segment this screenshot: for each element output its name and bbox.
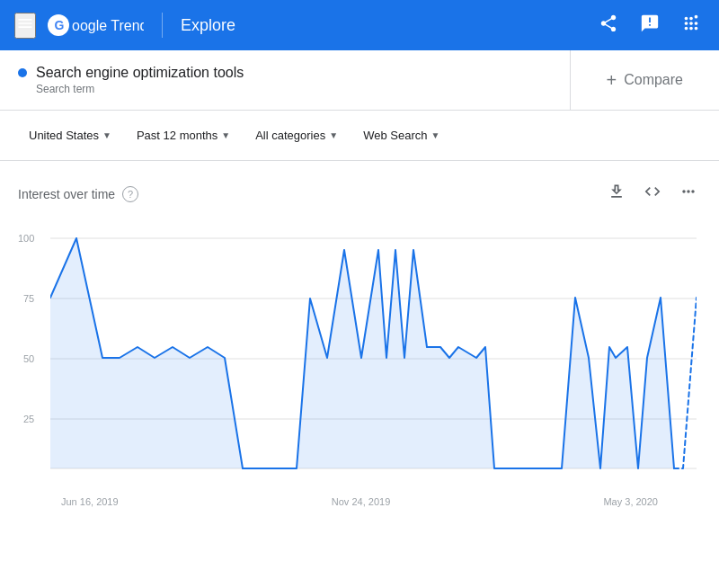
svg-text:100: 100 — [18, 233, 34, 244]
category-filter-label: All categories — [255, 129, 325, 142]
app-header: G oogle Trends Explore — [0, 0, 719, 50]
x-label-1: Nov 24, 2019 — [332, 496, 390, 507]
region-chevron-icon: ▼ — [102, 130, 111, 140]
search-type-filter[interactable]: Web Search ▼ — [352, 121, 450, 149]
explore-label: Explore — [181, 16, 235, 35]
download-icon[interactable] — [604, 179, 629, 209]
header-divider — [162, 13, 163, 38]
svg-text:50: 50 — [23, 353, 34, 364]
x-label-0: Jun 16, 2019 — [61, 496, 119, 507]
svg-text:25: 25 — [23, 414, 34, 424]
compare-label: Compare — [624, 72, 683, 88]
region-filter[interactable]: United States ▼ — [18, 121, 122, 149]
feedback-icon[interactable] — [636, 10, 663, 41]
chart-title-row: Interest over time ? — [18, 186, 138, 202]
chart-actions — [604, 179, 701, 209]
apps-icon[interactable] — [678, 10, 705, 41]
embed-icon[interactable] — [640, 179, 665, 209]
svg-text:oogle Trends: oogle Trends — [72, 18, 144, 33]
share-icon[interactable] — [595, 10, 622, 41]
search-term-label: Search term — [36, 83, 552, 95]
search-bar: Search engine optimization tools Search … — [0, 50, 719, 111]
x-axis-labels: Jun 16, 2019 Nov 24, 2019 May 3, 2020 — [18, 493, 701, 507]
search-type-chevron-icon: ▼ — [431, 130, 439, 140]
interest-chart: 100 75 50 25 — [18, 223, 701, 493]
category-chevron-icon: ▼ — [329, 130, 338, 140]
time-filter-label: Past 12 months — [137, 129, 217, 142]
chart-section: Interest over time ? 1 — [0, 161, 719, 516]
compare-box[interactable]: + Compare — [571, 50, 720, 110]
search-term-name: Search engine optimization tools — [18, 65, 552, 81]
category-filter[interactable]: All categories ▼ — [244, 121, 349, 149]
filters-bar: United States ▼ Past 12 months ▼ All cat… — [0, 111, 719, 161]
help-icon[interactable]: ? — [122, 186, 138, 202]
chart-svg: 100 75 50 25 — [18, 223, 701, 493]
time-filter[interactable]: Past 12 months ▼ — [126, 121, 241, 149]
chart-title: Interest over time — [18, 187, 115, 201]
search-term-dot — [18, 68, 27, 77]
search-term-box[interactable]: Search engine optimization tools Search … — [0, 50, 571, 110]
x-label-2: May 3, 2020 — [603, 496, 658, 507]
svg-text:75: 75 — [23, 293, 34, 304]
compare-plus-icon: + — [607, 70, 617, 91]
menu-icon[interactable] — [14, 13, 36, 39]
region-filter-label: United States — [29, 129, 99, 142]
search-type-filter-label: Web Search — [363, 129, 427, 142]
header-icons — [595, 10, 705, 41]
time-chevron-icon: ▼ — [221, 130, 230, 140]
chart-header: Interest over time ? — [18, 179, 701, 209]
search-term-text: Search engine optimization tools — [36, 65, 244, 81]
svg-text:G: G — [55, 18, 65, 32]
more-options-icon[interactable] — [676, 179, 701, 209]
google-trends-logo[interactable]: G oogle Trends — [47, 13, 144, 38]
